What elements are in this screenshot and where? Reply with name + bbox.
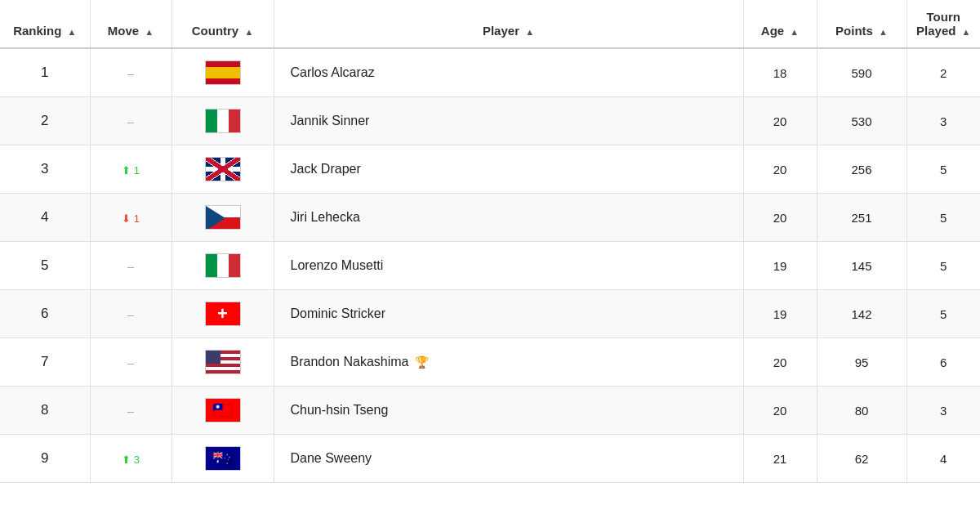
cell-player: Jannik Sinner — [274, 97, 743, 145]
cell-ranking: 7 — [0, 338, 90, 387]
cell-tourn-played: 6 — [906, 338, 980, 387]
cell-points: 530 — [817, 97, 906, 145]
cell-player: Brandon Nakashima 🏆 — [274, 338, 743, 387]
table-row: 6 – Dominic Stricker 19 142 5 — [0, 290, 980, 338]
cell-ranking: 8 — [0, 387, 90, 435]
table-header-row: Ranking ▲ Move ▲ Country ▲ Player ▲ Age … — [0, 0, 980, 48]
trophy-icon: 🏆 — [415, 355, 429, 369]
cell-points: 80 — [817, 387, 906, 435]
col-points[interactable]: Points ▲ — [817, 0, 906, 48]
cell-age: 19 — [743, 290, 817, 338]
table-row: 7 – Brandon Nakashima 🏆 20 95 6 — [0, 338, 980, 387]
cell-move: – — [90, 97, 172, 145]
cell-points: 142 — [817, 290, 906, 338]
cell-player: Jiri Lehecka — [274, 194, 743, 242]
move-indicator: – — [127, 307, 134, 321]
col-ranking[interactable]: Ranking ▲ — [0, 0, 90, 48]
move-indicator: – — [127, 66, 134, 80]
cell-move: ⬇ 1 — [90, 194, 172, 242]
cell-move: – — [90, 338, 172, 387]
cell-move: – — [90, 387, 172, 435]
cell-player: Carlos Alcaraz — [274, 48, 743, 97]
cell-age: 18 — [743, 48, 817, 97]
cell-country — [172, 48, 274, 97]
col-age[interactable]: Age ▲ — [743, 0, 817, 48]
cell-age: 20 — [743, 338, 817, 387]
move-indicator: ⬆ 1 — [122, 164, 140, 177]
col-player[interactable]: Player ▲ — [274, 0, 743, 48]
table-row: 2 – Jannik Sinner 20 530 3 — [0, 97, 980, 145]
table-row: 9 ⬆ 3 Dane Sweeny 21 62 4 — [0, 435, 980, 483]
cell-tourn-played: 5 — [906, 145, 980, 194]
cell-tourn-played: 3 — [906, 97, 980, 145]
cell-tourn-played: 2 — [906, 48, 980, 97]
cell-ranking: 6 — [0, 290, 90, 338]
cell-country — [172, 290, 274, 338]
cell-ranking: 5 — [0, 242, 90, 290]
cell-points: 256 — [817, 145, 906, 194]
cell-tourn-played: 5 — [906, 290, 980, 338]
table-row: 8 – 🇹🇼 Chun-hsin Tseng 20 80 3 — [0, 387, 980, 435]
cell-country — [172, 338, 274, 387]
cell-tourn-played: 3 — [906, 387, 980, 435]
cell-age: 20 — [743, 145, 817, 194]
cell-tourn-played: 5 — [906, 194, 980, 242]
cell-ranking: 1 — [0, 48, 90, 97]
move-indicator: ⬇ 1 — [122, 212, 140, 225]
cell-tourn-played: 4 — [906, 435, 980, 483]
table-row: 3 ⬆ 1 Jack Draper 20 256 5 — [0, 145, 980, 194]
cell-age: 20 — [743, 97, 817, 145]
move-indicator: – — [127, 114, 134, 128]
rankings-table: Ranking ▲ Move ▲ Country ▲ Player ▲ Age … — [0, 0, 980, 483]
table-row: 1 – Carlos Alcaraz 18 590 2 — [0, 48, 980, 97]
cell-ranking: 2 — [0, 97, 90, 145]
col-move[interactable]: Move ▲ — [90, 0, 172, 48]
cell-move: – — [90, 242, 172, 290]
cell-country — [172, 435, 274, 483]
cell-country: 🇹🇼 — [172, 387, 274, 435]
move-indicator: ⬆ 3 — [122, 454, 140, 466]
cell-player: Dominic Stricker — [274, 290, 743, 338]
table-row: 4 ⬇ 1 Jiri Lehecka 20 251 5 — [0, 194, 980, 242]
cell-points: 62 — [817, 435, 906, 483]
cell-player: Chun-hsin Tseng — [274, 387, 743, 435]
cell-move: – — [90, 290, 172, 338]
cell-ranking: 3 — [0, 145, 90, 194]
move-indicator: – — [127, 259, 134, 273]
cell-move: ⬆ 3 — [90, 435, 172, 483]
cell-age: 21 — [743, 435, 817, 483]
cell-points: 251 — [817, 194, 906, 242]
cell-points: 590 — [817, 48, 906, 97]
cell-ranking: 9 — [0, 435, 90, 483]
move-indicator: – — [127, 355, 134, 369]
cell-country — [172, 242, 274, 290]
table-row: 5 – Lorenzo Musetti 19 145 5 — [0, 242, 980, 290]
cell-country — [172, 97, 274, 145]
cell-move: – — [90, 48, 172, 97]
cell-country — [172, 194, 274, 242]
move-indicator: – — [127, 404, 134, 418]
cell-points: 95 — [817, 338, 906, 387]
cell-points: 145 — [817, 242, 906, 290]
cell-player: Dane Sweeny — [274, 435, 743, 483]
cell-country — [172, 145, 274, 194]
cell-move: ⬆ 1 — [90, 145, 172, 194]
cell-player: Jack Draper — [274, 145, 743, 194]
cell-player: Lorenzo Musetti — [274, 242, 743, 290]
cell-age: 19 — [743, 242, 817, 290]
col-country[interactable]: Country ▲ — [172, 0, 274, 48]
cell-age: 20 — [743, 387, 817, 435]
cell-tourn-played: 5 — [906, 242, 980, 290]
col-tourn-played[interactable]: TournPlayed ▲ — [906, 0, 980, 48]
cell-age: 20 — [743, 194, 817, 242]
cell-ranking: 4 — [0, 194, 90, 242]
